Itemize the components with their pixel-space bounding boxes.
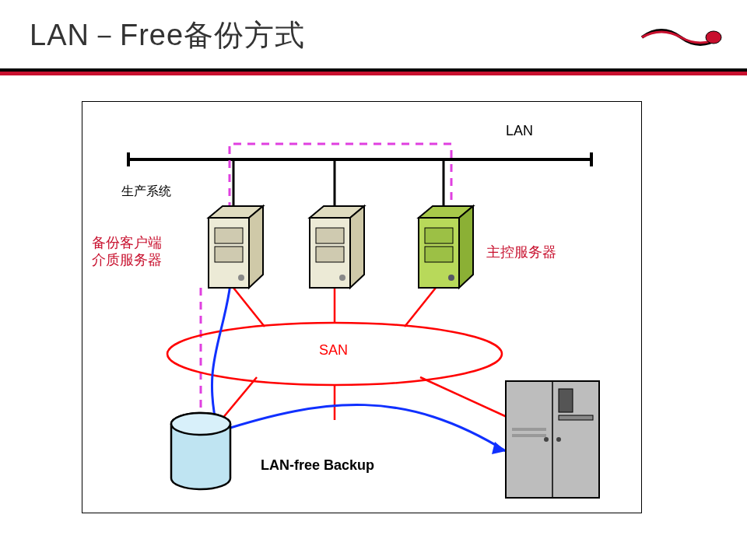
production-system-label: 生产系统 [121,184,171,200]
lan-label: LAN [506,123,533,139]
backup-client-label-1: 备份客户端 [92,233,162,252]
brand-logo [638,22,724,56]
diagram-frame [82,101,642,513]
lanfree-label: LAN-free Backup [261,457,374,474]
master-server-label: 主控服务器 [486,243,556,261]
svg-point-0 [706,31,721,44]
divider-red [0,72,747,75]
backup-client-label-2: 介质服务器 [92,250,162,269]
page-title: LAN－Free备份方式 [30,16,305,55]
san-label: SAN [319,342,348,359]
